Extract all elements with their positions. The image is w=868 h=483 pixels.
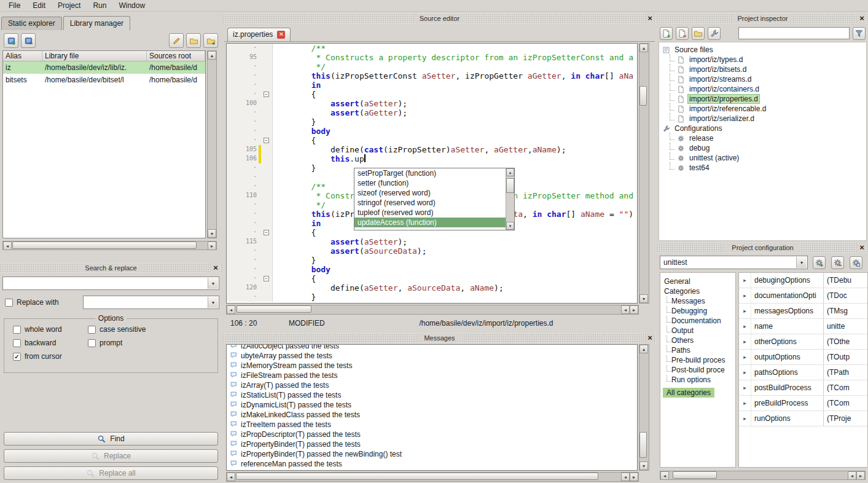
find-button[interactable]: Find bbox=[4, 432, 218, 446]
fold-toggle-icon[interactable]: − bbox=[264, 92, 269, 97]
option-whole-word[interactable]: whole word bbox=[13, 325, 88, 334]
expand-icon[interactable]: ▸ bbox=[739, 396, 751, 410]
configuration-selector[interactable]: unittest ▾ bbox=[660, 256, 808, 269]
category-post-build-proce[interactable]: Post-build proce bbox=[660, 365, 735, 375]
dropdown-arrow-icon[interactable]: ▾ bbox=[208, 297, 218, 308]
expand-icon[interactable]: ▸ bbox=[739, 365, 751, 380]
option-from-cursor[interactable]: ✓from cursor bbox=[13, 352, 88, 361]
add-folder-button[interactable] bbox=[203, 33, 218, 48]
scroll-right-icon[interactable]: ▸ bbox=[630, 305, 638, 314]
message-item[interactable]: izDynamicList(T) passed the tests bbox=[227, 400, 637, 410]
gutter-cell[interactable]: · bbox=[227, 80, 273, 90]
expand-icon[interactable]: ▸ bbox=[739, 334, 751, 349]
gutter-cell[interactable]: · bbox=[227, 62, 273, 71]
tree-file-import-iz-properties-d[interactable]: import/iz/properties.d bbox=[659, 94, 866, 104]
tree-config-debug[interactable]: debug bbox=[659, 143, 866, 153]
scroll-track[interactable] bbox=[639, 52, 649, 294]
fold-toggle-icon[interactable]: − bbox=[264, 138, 269, 143]
message-item[interactable]: izAllocObject passed the tests bbox=[227, 344, 637, 351]
scroll-down-icon[interactable]: ▾ bbox=[639, 294, 648, 303]
filter-button[interactable] bbox=[853, 27, 866, 40]
gutter-cell[interactable]: ·− bbox=[227, 90, 273, 99]
message-item[interactable]: izFileStream passed the tests bbox=[227, 371, 637, 380]
scroll-thumb[interactable] bbox=[236, 473, 598, 480]
document-tab-iz-properties[interactable]: iz.properties ✕ bbox=[227, 28, 291, 41]
completion-scrollbar[interactable]: ▴ ▾ bbox=[506, 168, 514, 230]
message-item[interactable]: izMakeLinkedClass passed the tests bbox=[227, 410, 637, 420]
gutter-cell[interactable]: · bbox=[227, 108, 273, 117]
gutter-cell[interactable]: 105 bbox=[227, 145, 273, 154]
tab-library-manager[interactable]: Library manager bbox=[63, 16, 130, 30]
gutter-cell[interactable]: · bbox=[227, 265, 273, 274]
gutter-cell[interactable]: 95 bbox=[227, 53, 273, 62]
option-backward[interactable]: backward bbox=[13, 339, 88, 347]
scroll-left-icon[interactable]: ◂ bbox=[848, 471, 856, 480]
configuration-hscrollbar[interactable]: ◂ ◂ ▸ bbox=[660, 471, 866, 480]
checkbox-case-sensitive[interactable] bbox=[88, 326, 96, 334]
category-output[interactable]: Output bbox=[660, 326, 735, 336]
message-item[interactable]: referenceMan passed the tests bbox=[227, 459, 637, 469]
option-case-sensitive[interactable]: case sensitive bbox=[88, 325, 217, 334]
category-others[interactable]: Others bbox=[660, 336, 735, 345]
tree-file-import-iz-containers-d[interactable]: import/iz/containers.d bbox=[659, 84, 866, 94]
message-item[interactable]: izPropertyBinder(T) passed the newBindin… bbox=[227, 449, 637, 459]
column-header-library-file[interactable]: Library file bbox=[42, 51, 147, 61]
gutter-cell[interactable]: · bbox=[227, 71, 273, 80]
menu-item-file[interactable]: File bbox=[2, 1, 26, 10]
message-item[interactable]: izMemoryStream passed the tests bbox=[227, 361, 637, 371]
tab-close-icon[interactable]: ✕ bbox=[277, 31, 285, 39]
project-configuration-close-icon[interactable]: × bbox=[858, 243, 866, 253]
completion-item-sizeof-reserved-word[interactable]: sizeof (reserved word) bbox=[354, 188, 506, 198]
tree-config-release[interactable]: release bbox=[659, 133, 866, 143]
gutter-cell[interactable]: ·− bbox=[227, 136, 273, 145]
scroll-down-icon[interactable]: ▾ bbox=[506, 222, 514, 230]
gutter-cell[interactable]: 115 bbox=[227, 237, 273, 246]
property-row-messagesoptions[interactable]: ▸messagesOptions(TMsg bbox=[739, 304, 867, 319]
add-library-button[interactable] bbox=[4, 33, 18, 48]
scroll-track[interactable] bbox=[12, 242, 208, 249]
search-replace-close-icon[interactable]: × bbox=[211, 263, 220, 273]
replace-with-checkbox[interactable] bbox=[5, 299, 13, 307]
tree-config-unittest-active[interactable]: unittest (active) bbox=[659, 153, 866, 163]
property-row-debugingoptions[interactable]: ▸debugingOptions(TDebu bbox=[739, 273, 867, 288]
scroll-up-icon[interactable]: ▴ bbox=[639, 44, 648, 52]
inspector-filter-input[interactable] bbox=[738, 27, 850, 39]
menu-item-run[interactable]: Run bbox=[87, 1, 112, 10]
library-table-hscrollbar[interactable]: ◂ ▸ bbox=[2, 241, 217, 250]
gutter-cell[interactable]: · bbox=[227, 246, 273, 256]
category-documentation[interactable]: Documentation bbox=[660, 316, 735, 326]
message-item[interactable]: izArray(T) passed the tests bbox=[227, 380, 637, 390]
property-row-otheroptions[interactable]: ▸otherOptions(TOthe bbox=[739, 334, 867, 350]
gutter-cell[interactable]: · bbox=[227, 117, 273, 127]
gutter-cell[interactable]: 106 bbox=[227, 154, 273, 163]
checkbox-from-cursor[interactable]: ✓ bbox=[13, 353, 21, 361]
library-row-iz[interactable]: iz/home/basile/dev/iz/lib/iz./home/basil… bbox=[3, 61, 205, 74]
property-row-pathsoptions[interactable]: ▸pathsOptions(TPath bbox=[739, 365, 867, 380]
library-row-bitsets[interactable]: bitsets/home/basile/dev/bitset/l/home/ba… bbox=[3, 74, 205, 86]
search-term-combobox[interactable]: ▾ bbox=[2, 277, 219, 290]
scroll-thumb[interactable] bbox=[639, 432, 647, 458]
messages-close-icon[interactable]: × bbox=[646, 333, 654, 343]
gutter-cell[interactable]: 120 bbox=[227, 283, 273, 293]
message-item[interactable]: ubyteArray passed the tests bbox=[227, 351, 637, 361]
scroll-left-icon[interactable]: ◂ bbox=[621, 305, 630, 314]
replace-with-combobox[interactable]: ▾ bbox=[83, 296, 219, 309]
message-item[interactable]: izTreeItem passed the tests bbox=[227, 420, 637, 430]
scroll-thumb[interactable] bbox=[506, 178, 514, 193]
dropdown-arrow-icon[interactable]: ▾ bbox=[796, 257, 807, 268]
menu-item-project[interactable]: Project bbox=[52, 1, 87, 10]
tree-config-test64[interactable]: test64 bbox=[659, 163, 866, 173]
column-header-alias[interactable]: Alias bbox=[3, 51, 42, 61]
checkbox-prompt[interactable] bbox=[88, 339, 96, 347]
expand-icon[interactable]: ▸ bbox=[739, 304, 751, 318]
column-header-sources-root[interactable]: Sources root bbox=[147, 51, 205, 61]
category-general[interactable]: General bbox=[660, 277, 735, 286]
scroll-thumb[interactable] bbox=[237, 305, 311, 313]
gutter-cell[interactable]: 100 bbox=[227, 99, 273, 108]
project-options-button[interactable] bbox=[708, 27, 721, 40]
messages-vscrollbar[interactable]: ▴ ▾ bbox=[639, 344, 649, 471]
property-row-postbuildprocess[interactable]: ▸postBuildProcess(TCom bbox=[739, 380, 867, 396]
menu-item-window[interactable]: Window bbox=[112, 1, 151, 10]
tree-file-import-iz-streams-d[interactable]: import/iz/streams.d bbox=[659, 74, 866, 84]
menu-item-edit[interactable]: Edit bbox=[26, 1, 52, 10]
